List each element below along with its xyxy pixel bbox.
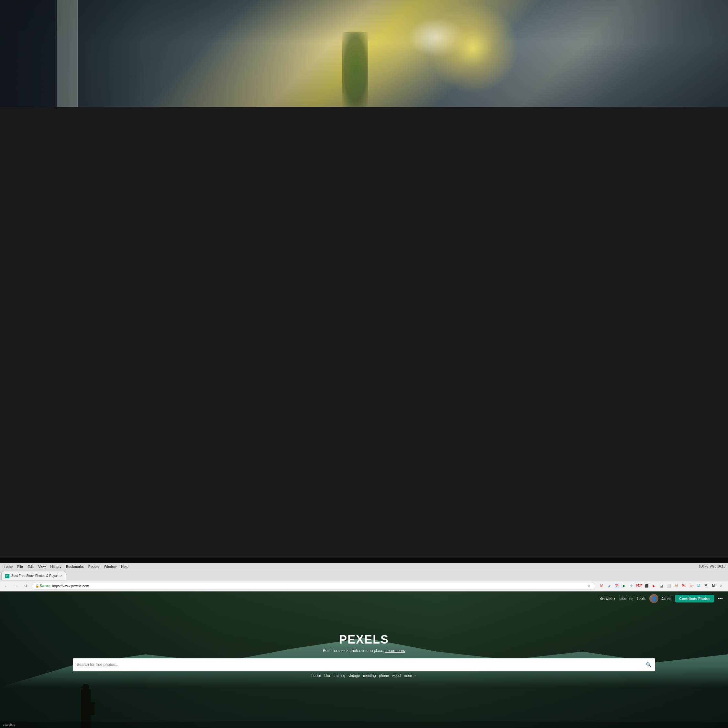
plant <box>342 32 364 107</box>
background-photo <box>0 0 364 107</box>
column-structure <box>57 0 78 107</box>
dark-left <box>0 0 57 107</box>
